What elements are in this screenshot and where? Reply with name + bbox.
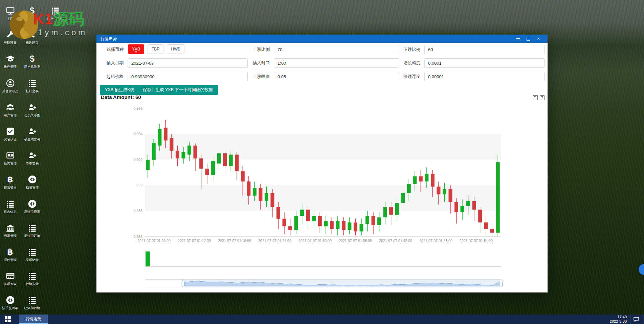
desktop-icon-19[interactable]: 新法币商家 (22, 199, 42, 214)
window-title: 行情走势 (101, 36, 117, 42)
desktop-icon-13[interactable]: 秒合约交易 (22, 126, 42, 141)
volume-bar (146, 251, 150, 266)
start-button[interactable] (0, 315, 16, 324)
svg-text:0.996: 0.996 (134, 106, 142, 110)
desktop-icon-label: 实名认证 (0, 137, 20, 141)
taskbar-item-market-trend[interactable]: 行情走势 (19, 315, 48, 324)
wallet-icon (22, 174, 42, 184)
desktop-icon-21[interactable]: 新法币订单 (22, 223, 42, 238)
show-desktop-button[interactable] (642, 315, 644, 324)
svg-text:2021-07-07 01:12:00: 2021-07-07 01:12:00 (178, 239, 211, 243)
desktop-icon-18[interactable]: 日志信息 (0, 199, 20, 214)
svg-text:2021-07-07 01:42:00: 2021-07-07 01:42:00 (379, 239, 412, 243)
floating-assistant-button[interactable] (639, 264, 644, 275)
card-icon (0, 271, 20, 281)
datazoom-selected-region[interactable] (182, 280, 501, 287)
rise-range-input[interactable] (274, 72, 399, 81)
pre-generate-kline-button[interactable]: YXB 预生成K线 (100, 85, 139, 95)
coin-button-group: YXBTBPHWB (128, 44, 184, 54)
datazoom-left-handle[interactable] (181, 281, 184, 286)
coin-button-tbp[interactable]: TBP (148, 44, 163, 54)
minimize-icon (516, 38, 520, 39)
insert-date-input[interactable] (128, 58, 248, 68)
desktop-icon-label: 投诉建议 (22, 41, 42, 44)
desktop-icon-label: 法币交易信 (22, 17, 42, 20)
datazoom-right-handle[interactable] (499, 281, 503, 286)
desktop-icon-14[interactable]: 新闻管理 (0, 150, 20, 165)
taskbar-clock[interactable]: 17:40 2022-3-30 (608, 315, 630, 324)
desktop-icon-6[interactable]: 角色管理 (0, 54, 20, 68)
fall-ratio-input[interactable] (424, 45, 545, 54)
desktop-icon-label: 提币列表 (0, 282, 20, 286)
coin-select-row: 选择币种 (103, 44, 128, 55)
desktop-icon-label: 主题 (0, 17, 20, 20)
coin-button-hwb[interactable]: HWB (167, 44, 184, 54)
desktop-icon-20[interactable]: 商家管理 (0, 223, 20, 238)
float-range-input[interactable] (424, 72, 545, 81)
svg-text:2021-07-07 01:30:00: 2021-07-07 01:30:00 (298, 239, 332, 243)
desktop-icon-8[interactable]: 后台管理员 (0, 78, 20, 93)
desktop-icon-3[interactable]: 用户手动充 (45, 5, 65, 20)
desktop-icon-label: 日志信息 (0, 210, 20, 214)
desktop-icon-10[interactable]: 用户管理 (0, 102, 20, 117)
desktop-icon-15[interactable]: 币币交易 (22, 150, 42, 165)
desktop-icon-24[interactable]: 提币列表 (0, 271, 20, 286)
svg-text:2021-07-07 01:18:00: 2021-07-07 01:18:00 (218, 239, 251, 243)
desktop-icon-9[interactable]: 杠杆交易 (22, 78, 42, 93)
desktop-icon-22[interactable]: ฿币种管理 (0, 247, 20, 262)
desktop-icon-5[interactable]: 投诉建议 (22, 29, 42, 44)
data-amount-label: Data Amount: 60 (101, 94, 141, 100)
desktop-icon-label: 用户手动充 (45, 17, 65, 20)
svg-text:0.988: 0.988 (134, 209, 142, 213)
svg-text:0.992: 0.992 (134, 158, 142, 162)
chart-toolbox-save-icon[interactable] (540, 95, 545, 100)
candlestick-chart: 0.9960.9940.9920.990.9880.9862021-07-07 … (96, 106, 548, 245)
dollar-icon: $ (22, 54, 42, 64)
users-icon (0, 102, 20, 112)
window-titlebar[interactable]: 行情走势 × (96, 35, 548, 43)
growth-precision-input[interactable] (424, 58, 545, 68)
desktop-icon-label: 基础设置 (0, 41, 20, 44)
admin-icon (0, 78, 20, 88)
svg-text:0.994: 0.994 (134, 132, 142, 136)
desktop-icon-label: 币种管理 (0, 258, 20, 262)
desktop-icon-16[interactable]: ฿首发项目 (0, 174, 20, 189)
desktop-icon-label: 首发项目 (0, 185, 20, 189)
desktop-icon-label: 充币记录 (22, 258, 42, 262)
cap-icon (0, 54, 20, 64)
list-icon (22, 247, 42, 257)
userplus-icon (22, 126, 42, 136)
minimize-button[interactable] (513, 35, 523, 43)
desktop-icon-27[interactable]: 已添加行情 (22, 295, 42, 310)
bitcoin-icon: ฿ (0, 247, 20, 257)
start-price-input[interactable] (128, 72, 248, 81)
growth-precision-field: 增长精度 (402, 58, 545, 68)
desktop-icon-1[interactable]: 主题 (0, 5, 20, 20)
insert-time-input[interactable] (274, 58, 399, 68)
desktop-icon-label: 用户风险率 (22, 65, 42, 68)
save-generate-next-button[interactable]: 保存并生成 YXB 下一个时间段的数据 (138, 85, 218, 95)
desktop-icon-17[interactable]: 钱包管理 (22, 174, 42, 189)
desktop-icon-7[interactable]: $用户风险率 (22, 54, 42, 68)
desktop-icon-25[interactable]: 行情走势 (22, 271, 42, 286)
desktop-icon-23[interactable]: 充币记录 (22, 247, 42, 262)
datazoom-preview-wave (183, 280, 501, 286)
desktop-icon-11[interactable]: 会员关系图 (22, 102, 42, 117)
datazoom-slider[interactable] (145, 279, 502, 287)
chat-bubble-icon (633, 317, 639, 322)
monitor-icon (0, 5, 20, 16)
svg-text:2021-07-07 01:48:00: 2021-07-07 01:48:00 (419, 239, 452, 243)
desktop-icon-4[interactable]: 基础设置 (0, 29, 20, 44)
close-button[interactable]: × (533, 35, 543, 43)
action-center-button[interactable] (630, 315, 642, 324)
rise-ratio-input[interactable] (274, 45, 399, 54)
chart-toolbox-restore-icon[interactable] (533, 95, 538, 100)
coin-button-yxb[interactable]: YXB (128, 44, 144, 54)
desktop-icon-2[interactable]: $法币交易信 (22, 5, 42, 20)
maximize-button[interactable] (523, 35, 533, 43)
desktop-icon-26[interactable]: 法币交易零 (0, 295, 20, 310)
close-icon: × (537, 36, 540, 41)
desktop-icon-label: 秒合约交易 (22, 137, 42, 141)
phone-icon (22, 29, 42, 40)
desktop-icon-12[interactable]: 实名认证 (0, 126, 20, 141)
